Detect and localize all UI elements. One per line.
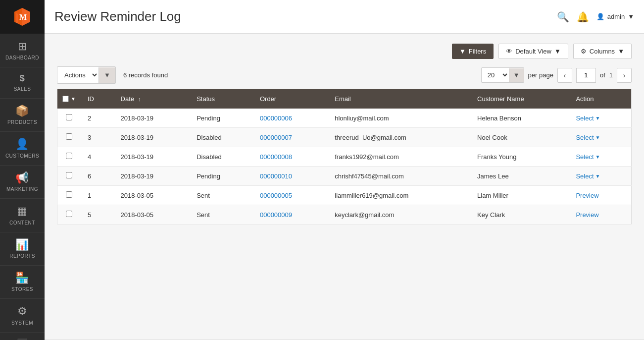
row-order[interactable]: 000000005 — [253, 186, 328, 205]
row-order[interactable]: 000000007 — [253, 128, 328, 147]
sidebar: M ⊞ Dashboard $ Sales 📦 Products 👤 Custo… — [0, 0, 45, 340]
row-checkbox-cell — [57, 109, 81, 128]
filter-icon: ▼ — [459, 48, 466, 55]
row-checkbox-cell — [57, 128, 81, 147]
next-page-button[interactable]: › — [617, 68, 632, 83]
content-area: ▼ Filters 👁 Default View ▼ ⚙ Columns ▼ A… — [45, 34, 644, 340]
notifications-icon[interactable]: 🔔 — [577, 11, 589, 23]
view-icon: 👁 — [506, 48, 512, 55]
select-all-checkbox[interactable] — [62, 96, 69, 102]
per-page-input[interactable]: 20 30 50 — [482, 68, 509, 82]
table-row: 42018-03-19Disabled000000008franks1992@m… — [57, 147, 632, 167]
action-select-button[interactable]: Select▼ — [576, 153, 600, 161]
search-icon[interactable]: 🔍 — [557, 11, 569, 23]
table-row: 22018-03-19Pending000000006hlonliuy@mail… — [57, 109, 632, 128]
select-all-dropdown-icon[interactable]: ▼ — [71, 96, 76, 102]
sidebar-item-marketing[interactable]: 📢 Marketing — [0, 165, 45, 198]
actions-select-arrow-icon[interactable]: ▼ — [99, 67, 115, 83]
row-status: Disabled — [190, 147, 253, 167]
toolbar-top: ▼ Filters 👁 Default View ▼ ⚙ Columns ▼ — [57, 44, 632, 59]
order-link[interactable]: 000000009 — [260, 211, 292, 219]
row-order[interactable]: 000000006 — [253, 109, 328, 128]
top-header: Review Reminder Log 🔍 🔔 👤 admin ▼ — [45, 0, 644, 34]
action-select-button[interactable]: Select▼ — [576, 172, 600, 180]
row-checkbox[interactable] — [66, 211, 72, 217]
columns-button[interactable]: ⚙ Columns ▼ — [573, 44, 632, 59]
row-status: Pending — [190, 167, 253, 186]
row-action[interactable]: Select▼ — [569, 128, 631, 147]
admin-avatar-icon: 👤 — [596, 13, 604, 20]
row-email: keyclark@gmail.com — [328, 205, 470, 225]
header-actions: 🔍 🔔 👤 admin ▼ — [557, 11, 634, 23]
actions-dropdown[interactable]: Actions ▼ — [57, 66, 116, 84]
row-customer-name: Noel Cook — [470, 128, 569, 147]
actions-select-input[interactable]: Actions — [57, 67, 99, 83]
table-row: 32018-03-19Disabled000000007threerud_Uo@… — [57, 128, 632, 147]
row-customer-name: James Lee — [470, 167, 569, 186]
row-order[interactable]: 000000009 — [253, 205, 328, 225]
filters-button[interactable]: ▼ Filters — [452, 44, 494, 59]
order-link[interactable]: 000000005 — [260, 192, 292, 199]
row-action[interactable]: Preview — [569, 205, 631, 225]
products-icon: 📦 — [15, 105, 29, 117]
per-page-select[interactable]: 20 30 50 ▼ — [481, 67, 524, 83]
dashboard-icon: ⊞ — [18, 40, 27, 53]
admin-dropdown-icon: ▼ — [628, 13, 634, 20]
sidebar-item-sales[interactable]: $ Sales — [0, 67, 45, 98]
action-preview-button[interactable]: Preview — [576, 192, 598, 199]
date-column-header[interactable]: Date ↑ — [114, 89, 190, 109]
default-view-button[interactable]: 👁 Default View ▼ — [498, 44, 568, 59]
sidebar-item-stores[interactable]: 🏪 Stores — [0, 265, 45, 298]
content-icon: ▦ — [17, 205, 28, 218]
row-action[interactable]: Select▼ — [569, 167, 631, 186]
sidebar-logo: M — [0, 0, 45, 34]
columns-dropdown-icon: ▼ — [618, 48, 624, 55]
action-preview-button[interactable]: Preview — [576, 211, 598, 219]
sidebar-item-system[interactable]: ⚙ System — [0, 298, 45, 332]
row-action[interactable]: Select▼ — [569, 109, 631, 128]
per-page-arrow-icon[interactable]: ▼ — [509, 68, 524, 82]
sidebar-item-customers[interactable]: 👤 Customers — [0, 131, 45, 165]
row-checkbox-cell — [57, 205, 81, 225]
sidebar-item-products[interactable]: 📦 Products — [0, 98, 45, 131]
prev-page-button[interactable]: ‹ — [557, 68, 572, 83]
actions-bar: Actions ▼ 6 records found 20 30 50 ▼ per… — [57, 66, 632, 84]
row-email: threerud_Uo@gmail.com — [328, 128, 470, 147]
row-checkbox[interactable] — [66, 114, 72, 120]
row-date: 2018-03-19 — [114, 109, 190, 128]
row-checkbox[interactable] — [66, 172, 72, 178]
status-column-header: Status — [190, 89, 253, 109]
row-status: Sent — [190, 205, 253, 225]
row-order[interactable]: 000000008 — [253, 147, 328, 167]
order-link[interactable]: 000000010 — [260, 172, 292, 180]
sidebar-item-find-partners[interactable]: 🔲 Find Partners — [0, 332, 45, 340]
row-checkbox[interactable] — [66, 191, 72, 198]
magento-logo-icon: M — [12, 7, 32, 27]
table-body: 22018-03-19Pending000000006hlonliuy@mail… — [57, 109, 632, 225]
columns-icon: ⚙ — [581, 48, 587, 55]
row-checkbox-cell — [57, 167, 81, 186]
action-select-button[interactable]: Select▼ — [576, 134, 600, 141]
row-email: hlonliuy@mail.com — [328, 109, 470, 128]
row-status: Pending — [190, 109, 253, 128]
row-email: franks1992@mail.com — [328, 147, 470, 167]
action-column-header: Action — [569, 89, 631, 109]
sidebar-item-content[interactable]: ▦ Content — [0, 198, 45, 231]
main-content: Review Reminder Log 🔍 🔔 👤 admin ▼ ▼ Filt… — [45, 0, 644, 340]
row-action[interactable]: Select▼ — [569, 147, 631, 167]
row-checkbox[interactable] — [66, 133, 72, 140]
row-checkbox[interactable] — [66, 153, 72, 159]
reports-icon: 📊 — [15, 238, 29, 251]
sidebar-item-reports[interactable]: 📊 Reports — [0, 232, 45, 265]
action-select-button[interactable]: Select▼ — [576, 114, 600, 122]
row-order[interactable]: 000000010 — [253, 167, 328, 186]
table-row: 52018-03-05Sent000000009keyclark@gmail.c… — [57, 205, 632, 225]
order-link[interactable]: 000000008 — [260, 153, 292, 161]
row-id: 4 — [81, 147, 114, 167]
row-action[interactable]: Preview — [569, 186, 631, 205]
order-link[interactable]: 000000007 — [260, 134, 292, 141]
sidebar-item-dashboard[interactable]: ⊞ Dashboard — [0, 34, 45, 67]
order-link[interactable]: 000000006 — [260, 114, 292, 122]
current-page-input[interactable] — [576, 68, 596, 83]
admin-user-menu[interactable]: 👤 admin ▼ — [596, 13, 634, 20]
